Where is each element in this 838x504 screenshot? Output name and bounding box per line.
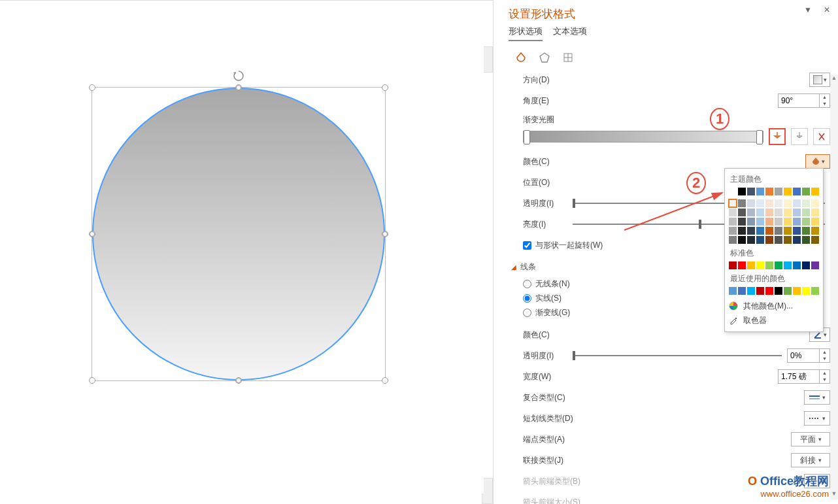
- color-swatch[interactable]: [729, 209, 737, 216]
- color-swatch[interactable]: [729, 236, 737, 244]
- color-swatch[interactable]: [784, 287, 792, 295]
- gradient-stop-1[interactable]: [524, 130, 530, 144]
- line-width-input[interactable]: [779, 372, 819, 381]
- color-swatch[interactable]: [784, 218, 792, 226]
- color-swatch[interactable]: [756, 236, 764, 244]
- handle-tl[interactable]: [89, 84, 95, 91]
- remove-gradient-stop-button[interactable]: [813, 128, 830, 145]
- panel-close-icon[interactable]: ✕: [824, 5, 830, 14]
- color-swatch[interactable]: [765, 261, 773, 269]
- color-swatch[interactable]: [811, 227, 819, 235]
- color-swatch[interactable]: [729, 188, 737, 195]
- handle-tr[interactable]: [382, 84, 388, 91]
- color-swatch[interactable]: [729, 199, 737, 207]
- cap-dropdown[interactable]: 平面: [791, 432, 830, 446]
- edge-right[interactable]: [382, 231, 388, 237]
- solid-line-radio[interactable]: [523, 294, 531, 303]
- eyedropper-button[interactable]: 取色器: [729, 313, 819, 328]
- edge-bottom[interactable]: [236, 378, 241, 383]
- color-swatch[interactable]: [775, 188, 782, 195]
- color-swatch[interactable]: [765, 218, 773, 226]
- color-swatch[interactable]: [802, 188, 810, 195]
- color-swatch[interactable]: [738, 236, 746, 244]
- color-swatch[interactable]: [729, 287, 737, 295]
- slide-canvas[interactable]: [0, 0, 494, 504]
- color-swatch[interactable]: [784, 199, 792, 207]
- color-swatch[interactable]: [747, 199, 755, 207]
- color-swatch[interactable]: [811, 287, 819, 295]
- color-swatch[interactable]: [811, 209, 819, 216]
- shape-selection[interactable]: [92, 87, 386, 381]
- no-line-radio[interactable]: [523, 280, 531, 288]
- handle-bl[interactable]: [89, 377, 95, 384]
- effects-tab-icon[interactable]: [537, 50, 552, 65]
- color-swatch[interactable]: [802, 287, 810, 295]
- color-swatch[interactable]: [747, 188, 755, 195]
- line-transparency-input[interactable]: [788, 351, 819, 360]
- color-swatch[interactable]: [793, 261, 801, 269]
- color-swatch[interactable]: [811, 188, 819, 195]
- color-swatch[interactable]: [784, 209, 792, 216]
- color-swatch[interactable]: [765, 287, 773, 295]
- color-swatch[interactable]: [775, 261, 782, 269]
- color-swatch[interactable]: [784, 261, 792, 269]
- direction-dropdown[interactable]: [809, 73, 830, 87]
- color-swatch[interactable]: [729, 218, 737, 226]
- color-swatch[interactable]: [765, 188, 773, 195]
- color-swatch[interactable]: [729, 227, 737, 235]
- edge-top[interactable]: [236, 85, 241, 90]
- color-swatch[interactable]: [747, 261, 755, 269]
- color-swatch[interactable]: [738, 227, 746, 235]
- color-swatch[interactable]: [793, 218, 801, 226]
- color-swatch[interactable]: [756, 261, 764, 269]
- angle-up[interactable]: ▲: [820, 94, 830, 101]
- tab-text-options[interactable]: 文本选项: [553, 25, 587, 41]
- color-swatch[interactable]: [811, 199, 819, 207]
- color-swatch[interactable]: [747, 209, 755, 216]
- color-swatch[interactable]: [756, 218, 764, 226]
- color-swatch[interactable]: [756, 287, 764, 295]
- more-colors-button[interactable]: 其他颜色(M)...: [729, 299, 819, 313]
- line-transparency-spinner[interactable]: ▲▼: [787, 348, 830, 363]
- color-swatch[interactable]: [756, 199, 764, 207]
- color-swatch[interactable]: [756, 227, 764, 235]
- color-swatch[interactable]: [802, 236, 810, 244]
- color-swatch[interactable]: [793, 236, 801, 244]
- tab-shape-options[interactable]: 形状选项: [509, 25, 543, 41]
- color-swatch[interactable]: [802, 227, 810, 235]
- panel-menu-icon[interactable]: ▼: [804, 5, 812, 14]
- color-swatch[interactable]: [784, 236, 792, 244]
- color-swatch[interactable]: [765, 209, 773, 216]
- dash-dropdown[interactable]: [804, 411, 830, 426]
- gradient-bar[interactable]: [523, 131, 763, 143]
- color-swatch[interactable]: [793, 188, 801, 195]
- color-swatch[interactable]: [775, 218, 782, 226]
- rotate-handle-icon[interactable]: [232, 69, 245, 82]
- color-swatch[interactable]: [802, 218, 810, 226]
- color-swatch[interactable]: [756, 188, 764, 195]
- gradient-line-radio[interactable]: [523, 309, 531, 317]
- color-swatch[interactable]: [793, 209, 801, 216]
- color-swatch[interactable]: [793, 227, 801, 235]
- gradient-stop-2[interactable]: [756, 130, 763, 144]
- color-swatch[interactable]: [793, 199, 801, 207]
- color-swatch[interactable]: [765, 199, 773, 207]
- color-swatch[interactable]: [747, 287, 755, 295]
- color-swatch[interactable]: [765, 236, 773, 244]
- color-swatch[interactable]: [756, 209, 764, 216]
- color-swatch[interactable]: [738, 199, 746, 207]
- color-swatch[interactable]: [811, 261, 819, 269]
- color-swatch[interactable]: [802, 209, 810, 216]
- color-swatch[interactable]: [747, 218, 755, 226]
- color-swatch[interactable]: [802, 261, 810, 269]
- color-swatch[interactable]: [775, 199, 782, 207]
- slide[interactable]: [39, 3, 484, 494]
- color-swatch[interactable]: [729, 261, 737, 269]
- edge-left[interactable]: [90, 231, 95, 237]
- join-dropdown[interactable]: 斜接: [791, 453, 830, 467]
- color-swatch[interactable]: [738, 188, 746, 195]
- color-swatch[interactable]: [765, 227, 773, 235]
- circle-shape[interactable]: [92, 88, 385, 380]
- color-swatch[interactable]: [802, 199, 810, 207]
- color-swatch[interactable]: [793, 287, 801, 295]
